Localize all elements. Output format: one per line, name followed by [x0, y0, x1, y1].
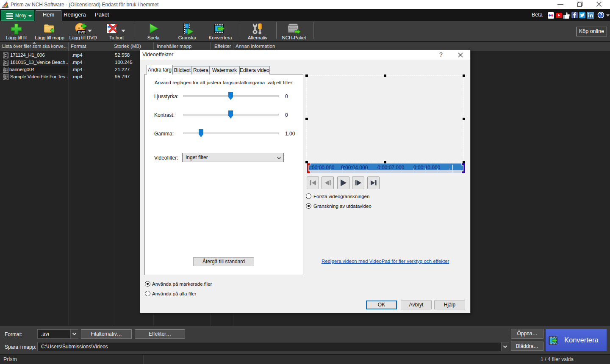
svg-text:DVD: DVD: [78, 30, 86, 34]
svg-text:?: ?: [599, 12, 602, 17]
